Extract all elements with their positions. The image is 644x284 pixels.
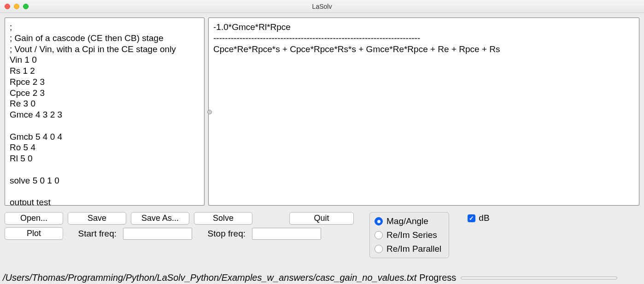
radio-label: Re/Im Parallel xyxy=(386,244,441,254)
db-label: dB xyxy=(479,213,489,223)
open-button[interactable]: Open... xyxy=(5,212,63,225)
status-bar: /Users/Thomas/Programming/Python/LaSolv_… xyxy=(0,271,644,284)
traffic-lights xyxy=(5,4,29,9)
save-button[interactable]: Save xyxy=(68,212,126,225)
saveas-button[interactable]: Save As... xyxy=(131,212,189,225)
radio-icon xyxy=(375,245,383,253)
stop-freq-input[interactable] xyxy=(252,228,321,240)
db-checkbox-block[interactable]: ✓ dB xyxy=(468,213,489,223)
radio-label: Re/Im Series xyxy=(386,230,437,240)
window-title: LaSolv xyxy=(312,3,332,10)
stop-freq-label: Stop freq: xyxy=(197,229,247,239)
splitter-handle-icon[interactable] xyxy=(207,110,212,114)
split-panes: ; ; Gain of a cascode (CE then CB) stage… xyxy=(5,18,639,206)
input-textarea[interactable]: ; ; Gain of a cascode (CE then CB) stage… xyxy=(5,18,205,206)
start-freq-input[interactable] xyxy=(123,228,192,240)
checkbox-icon: ✓ xyxy=(468,214,475,222)
close-icon[interactable] xyxy=(5,4,10,9)
radio-reim-parallel[interactable]: Re/Im Parallel xyxy=(375,244,441,254)
content-area: ; ; Gain of a cascode (CE then CB) stage… xyxy=(0,13,644,271)
plot-button[interactable]: Plot xyxy=(5,227,63,240)
output-textarea[interactable]: -1.0*Gmce*Rl*Rpce ----------------------… xyxy=(208,18,639,206)
file-path: /Users/Thomas/Programming/Python/LaSolv_… xyxy=(3,272,416,283)
progress-label: Progress xyxy=(419,272,456,283)
radio-label: Mag/Angle xyxy=(386,216,428,226)
radio-mag-angle[interactable]: Mag/Angle xyxy=(375,216,441,226)
minimize-icon[interactable] xyxy=(14,4,19,9)
controls-row: Open... Save Save As... Solve Quit Plot … xyxy=(5,212,639,258)
radio-icon xyxy=(375,231,383,239)
quit-button[interactable]: Quit xyxy=(289,212,354,225)
radio-icon xyxy=(375,217,383,225)
solve-button[interactable]: Solve xyxy=(194,212,252,225)
plot-mode-radio-group: Mag/Angle Re/Im Series Re/Im Parallel xyxy=(369,212,449,258)
start-freq-label: Start freq: xyxy=(68,229,118,239)
title-bar: LaSolv xyxy=(0,0,644,13)
zoom-icon[interactable] xyxy=(23,4,29,9)
radio-reim-series[interactable]: Re/Im Series xyxy=(375,230,441,240)
button-panel: Open... Save Save As... Solve Quit Plot … xyxy=(5,212,354,240)
progress-bar xyxy=(461,277,617,279)
app-window: LaSolv ; ; Gain of a cascode (CE then CB… xyxy=(0,0,644,284)
